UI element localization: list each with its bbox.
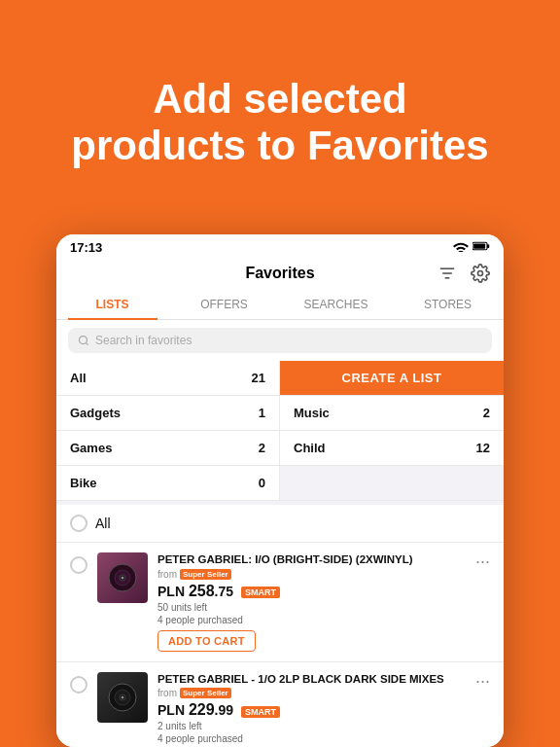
list-cell-games[interactable]: Games 2 xyxy=(56,431,280,466)
product-2-from: from Super Seller xyxy=(158,688,466,698)
settings-icon[interactable] xyxy=(469,262,492,285)
tab-offers[interactable]: OFFERS xyxy=(168,290,280,319)
list-name-bike: Bike xyxy=(70,476,96,490)
status-bar: 17:13 xyxy=(56,234,504,259)
tab-bar: LISTS OFFERS SEARCHES STORES xyxy=(56,290,504,320)
product-1-from: from Super Seller xyxy=(158,569,466,580)
super-seller-badge-1: Super Seller xyxy=(180,569,231,580)
all-radio-row[interactable]: All xyxy=(56,505,504,543)
svg-rect-1 xyxy=(487,244,489,248)
product-2-image xyxy=(97,672,148,723)
radio-circle-2[interactable] xyxy=(70,676,88,694)
list-count-all: 21 xyxy=(252,371,265,385)
product-2-radio[interactable] xyxy=(70,676,88,694)
hero-section: Add selected products to Favorites xyxy=(18,0,541,225)
product-2-price: PLN 229.99 SMART xyxy=(158,701,466,719)
header-icons xyxy=(436,262,492,285)
product-1-purchased: 4 people purchased xyxy=(158,615,466,625)
hero-line1: Add selected xyxy=(153,76,406,122)
list-name-gadgets: Gadgets xyxy=(70,406,121,420)
all-radio-circle[interactable] xyxy=(70,515,88,532)
product-1-radio[interactable] xyxy=(70,556,88,574)
list-cell-bike[interactable]: Bike 0 xyxy=(56,466,280,501)
vinyl-icon-1 xyxy=(108,563,137,592)
search-input[interactable]: Search in favorites xyxy=(68,328,492,353)
smart-badge-1: SMART xyxy=(241,587,280,598)
product-1-title: PETER GABRIEL: I/O (BRIGHT-SIDE) (2XWINY… xyxy=(158,552,466,567)
svg-rect-2 xyxy=(473,243,485,248)
list-cell-music[interactable]: Music 2 xyxy=(280,396,504,431)
add-to-cart-button-1[interactable]: ADD TO CART xyxy=(158,630,256,652)
tab-searches[interactable]: SEARCHES xyxy=(280,290,392,319)
svg-point-7 xyxy=(80,336,88,343)
all-radio-label: All xyxy=(95,516,111,531)
hero-text: Add selected products to Favorites xyxy=(42,37,517,199)
search-icon xyxy=(78,335,89,346)
product-1-price: PLN 258.75 SMART xyxy=(158,583,466,600)
product-1-info: PETER GABRIEL: I/O (BRIGHT-SIDE) (2XWINY… xyxy=(158,552,466,652)
product-item-1: PETER GABRIEL: I/O (BRIGHT-SIDE) (2XWINY… xyxy=(56,543,504,662)
phone-mockup: 17:13 Favorites xyxy=(56,234,504,747)
list-cell-child[interactable]: Child 12 xyxy=(280,431,504,466)
svg-point-16 xyxy=(122,695,124,698)
battery-icon xyxy=(472,240,490,254)
more-options-icon-1[interactable]: ··· xyxy=(475,552,490,570)
svg-point-12 xyxy=(122,576,124,579)
product-2-units: 2 units left xyxy=(158,721,466,731)
svg-point-6 xyxy=(478,270,483,275)
list-count-child: 12 xyxy=(476,441,490,455)
list-name-music: Music xyxy=(294,406,330,420)
list-cell-gadgets[interactable]: Gadgets 1 xyxy=(56,396,280,431)
list-cell-empty xyxy=(280,466,504,501)
vinyl-icon-2 xyxy=(108,683,137,712)
app-title: Favorites xyxy=(245,265,314,282)
lists-grid: All 21 CREATE A LIST Gadgets 1 Music 2 G… xyxy=(56,361,504,501)
status-icons xyxy=(453,240,490,254)
super-seller-badge-2: Super Seller xyxy=(180,688,231,698)
radio-circle-1[interactable] xyxy=(70,556,88,574)
hero-line2: products to Favorites xyxy=(71,123,488,168)
app-header: Favorites xyxy=(56,259,504,290)
product-2-info: PETER GABRIEL - 1/O 2LP BLACK DARK SIDE … xyxy=(158,672,466,747)
filter-icon[interactable] xyxy=(436,262,459,285)
list-name-all: All xyxy=(70,371,87,385)
list-name-games: Games xyxy=(70,441,112,455)
more-options-icon-2[interactable]: ··· xyxy=(475,672,490,690)
list-count-music: 2 xyxy=(483,406,490,420)
tab-lists[interactable]: LISTS xyxy=(56,290,168,319)
smart-badge-2: SMART xyxy=(241,706,280,718)
search-bar-container: Search in favorites xyxy=(56,320,504,361)
product-1-units: 50 units left xyxy=(158,602,466,613)
tab-stores[interactable]: STORES xyxy=(392,290,504,319)
product-1-image xyxy=(97,552,148,603)
list-name-child: Child xyxy=(294,441,326,455)
list-count-gadgets: 1 xyxy=(259,406,265,420)
wifi-icon xyxy=(453,240,469,254)
product-2-purchased: 4 people purchased xyxy=(158,733,466,744)
list-count-games: 2 xyxy=(259,441,265,455)
list-count-bike: 0 xyxy=(259,476,265,490)
list-cell-all[interactable]: All 21 xyxy=(56,361,280,396)
product-item-2: PETER GABRIEL - 1/O 2LP BLACK DARK SIDE … xyxy=(56,662,504,747)
status-time: 17:13 xyxy=(70,240,102,255)
search-placeholder: Search in favorites xyxy=(95,334,192,347)
svg-line-8 xyxy=(86,342,88,344)
product-2-title: PETER GABRIEL - 1/O 2LP BLACK DARK SIDE … xyxy=(158,672,466,687)
create-list-button[interactable]: CREATE A LIST xyxy=(280,361,504,396)
